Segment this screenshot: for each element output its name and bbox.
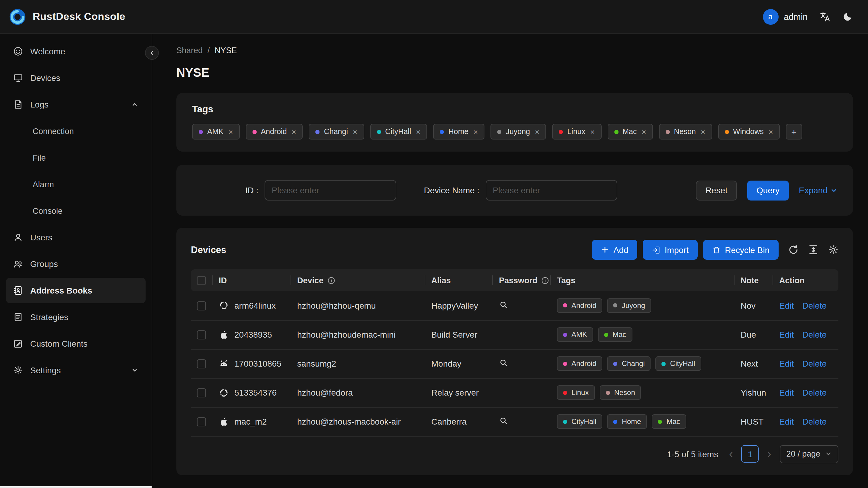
edit-link[interactable]: Edit	[779, 417, 794, 426]
tags-card: Tags AMK×Android×Changi×CityHall×Home×Ju…	[176, 93, 853, 152]
page-number[interactable]: 1	[741, 445, 759, 463]
chevron-down-icon	[131, 367, 138, 374]
delete-link[interactable]: Delete	[802, 417, 827, 426]
query-button[interactable]: Query	[747, 180, 788, 200]
expand-link[interactable]: Expand	[799, 185, 837, 195]
device-note: HUST	[735, 407, 773, 436]
tag-remove-icon[interactable]: ×	[353, 128, 357, 135]
select-all-checkbox[interactable]	[197, 276, 206, 285]
delete-link[interactable]: Delete	[802, 388, 827, 397]
device-note: Yishun	[735, 378, 773, 407]
device-tag-mac: Mac	[598, 327, 632, 342]
import-button[interactable]: Import	[643, 240, 698, 260]
tag-chip-changi[interactable]: Changi×	[309, 124, 364, 140]
row-checkbox[interactable]	[197, 301, 206, 310]
tag-chip-mac[interactable]: Mac×	[607, 124, 653, 140]
next-page-icon[interactable]: ›	[766, 448, 773, 460]
import-button-label: Import	[665, 245, 689, 254]
edit-link[interactable]: Edit	[779, 330, 794, 339]
info-icon[interactable]	[327, 276, 335, 284]
sidebar-item-devices[interactable]: Devices	[6, 65, 146, 91]
theme-toggle-moon-icon[interactable]	[843, 11, 853, 22]
row-checkbox[interactable]	[197, 389, 206, 398]
tag-chip-juyong[interactable]: Juyong×	[491, 124, 546, 140]
sidebar-subitem-alarm[interactable]: Alarm	[6, 172, 146, 197]
sidebar-subitem-file[interactable]: File	[6, 145, 146, 170]
tag-chip-home[interactable]: Home×	[433, 124, 485, 140]
device-tag-mac: Mac	[652, 414, 686, 429]
tag-remove-icon[interactable]: ×	[228, 128, 233, 135]
column-height-icon[interactable]	[808, 245, 818, 255]
page-size-select[interactable]: 20 / page	[779, 445, 838, 463]
refresh-icon[interactable]	[788, 245, 799, 255]
tag-color-dot	[724, 129, 729, 134]
translate-icon[interactable]	[820, 11, 831, 22]
tag-chip-linux[interactable]: Linux×	[552, 124, 601, 140]
tag-remove-icon[interactable]: ×	[292, 128, 296, 135]
sidebar-item-strategies[interactable]: Strategies	[6, 304, 146, 330]
device-name-input[interactable]	[485, 180, 617, 201]
tag-remove-icon[interactable]: ×	[416, 128, 421, 135]
column-label: Device	[297, 276, 323, 285]
tag-label: CityHall	[385, 127, 411, 136]
device-id: 1700310865	[235, 359, 281, 368]
avatar[interactable]: a	[763, 9, 778, 25]
tag-chip-windows[interactable]: Windows×	[718, 124, 780, 140]
prev-page-icon[interactable]: ‹	[728, 448, 734, 460]
sidebar-subitem-connection[interactable]: Connection	[6, 118, 146, 144]
settings-icon[interactable]	[828, 245, 838, 255]
add-tag-button[interactable]: +	[786, 124, 802, 140]
add-button[interactable]: Add	[592, 240, 638, 260]
tag-remove-icon[interactable]: ×	[590, 128, 595, 135]
sidebar-collapse-button[interactable]	[145, 46, 159, 60]
id-input[interactable]	[265, 180, 396, 201]
tag-chip-neson[interactable]: Neson×	[659, 124, 712, 140]
sidebar-subitem-console[interactable]: Console	[6, 198, 146, 223]
tag-remove-icon[interactable]: ×	[701, 128, 705, 135]
table-header-row: IDDeviceAliasPasswordTagsNoteAction	[191, 269, 838, 291]
recycle-bin-button[interactable]: Recycle Bin	[703, 240, 779, 260]
tag-color-dot	[563, 420, 567, 424]
row-checkbox[interactable]	[197, 331, 206, 340]
tag-remove-icon[interactable]: ×	[642, 128, 646, 135]
delete-link[interactable]: Delete	[802, 330, 827, 339]
view-password-icon[interactable]	[499, 416, 508, 425]
settings-icon	[13, 365, 23, 375]
tag-chip-android[interactable]: Android×	[246, 124, 303, 140]
tag-label: CityHall	[571, 417, 596, 426]
sidebar-item-logs[interactable]: Logs	[6, 92, 146, 117]
view-password-icon[interactable]	[499, 300, 508, 309]
tag-remove-icon[interactable]: ×	[473, 128, 478, 135]
edit-link[interactable]: Edit	[779, 301, 794, 310]
app-header: RustDesk Console a admin	[0, 0, 868, 34]
tag-remove-icon[interactable]: ×	[535, 128, 539, 135]
tag-color-dot	[316, 129, 320, 134]
custom-client-icon	[13, 339, 23, 348]
brand[interactable]: RustDesk Console	[8, 7, 125, 26]
tag-remove-icon[interactable]: ×	[769, 128, 773, 135]
breadcrumb-shared[interactable]: Shared	[176, 46, 203, 55]
delete-link[interactable]: Delete	[802, 301, 827, 310]
edit-link[interactable]: Edit	[779, 388, 794, 397]
row-checkbox[interactable]	[197, 360, 206, 369]
delete-link[interactable]: Delete	[802, 359, 827, 368]
sidebar-item-settings[interactable]: Settings	[6, 358, 146, 383]
view-password-icon[interactable]	[499, 358, 508, 367]
sidebar-item-welcome[interactable]: Welcome	[6, 39, 146, 64]
sidebar-item-groups[interactable]: Groups	[6, 251, 146, 277]
tag-chip-amk[interactable]: AMK×	[192, 124, 240, 140]
edit-link[interactable]: Edit	[779, 359, 794, 368]
sidebar-item-users[interactable]: Users	[6, 225, 146, 250]
tag-chip-cityhall[interactable]: CityHall×	[370, 124, 427, 140]
page-title: NYSE	[176, 66, 853, 80]
table-body: arm64linuxhzhou@hzhou-qemuHappyValleyAnd…	[191, 291, 838, 436]
reset-button[interactable]: Reset	[696, 180, 737, 200]
sidebar-item-custom-clients[interactable]: Custom Clients	[6, 331, 146, 356]
sidebar-nav: WelcomeDevicesLogsConnectionFileAlarmCon…	[0, 39, 152, 383]
user-menu[interactable]: a admin	[763, 9, 808, 25]
sidebar-item-address-books[interactable]: Address Books	[6, 278, 146, 303]
device-alias: HappyValley	[425, 291, 493, 320]
tag-label: Mac	[613, 330, 626, 339]
row-checkbox[interactable]	[197, 418, 206, 427]
info-icon[interactable]	[541, 276, 549, 284]
